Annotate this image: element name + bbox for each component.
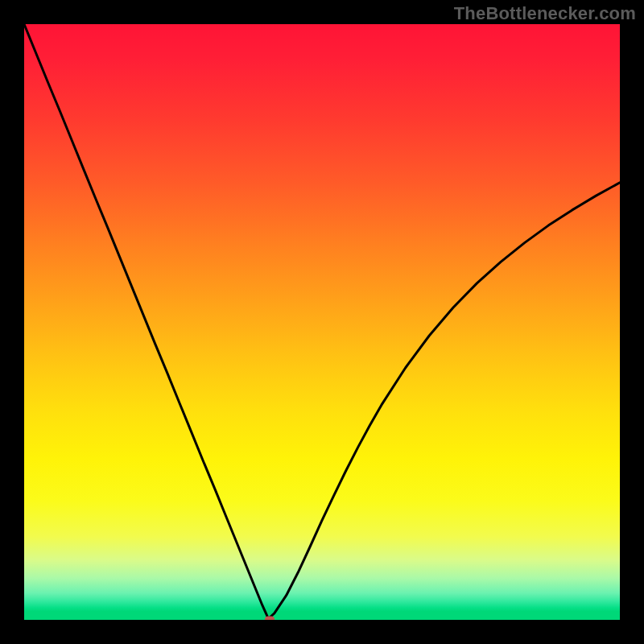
optimal-point-marker: [265, 617, 275, 621]
watermark-text: TheBottlenecker.com: [454, 3, 636, 24]
chart-frame: TheBottlenecker.com: [0, 0, 644, 644]
bottleneck-curve: [24, 24, 620, 620]
curve-path: [24, 24, 620, 619]
plot-area: [24, 24, 620, 620]
